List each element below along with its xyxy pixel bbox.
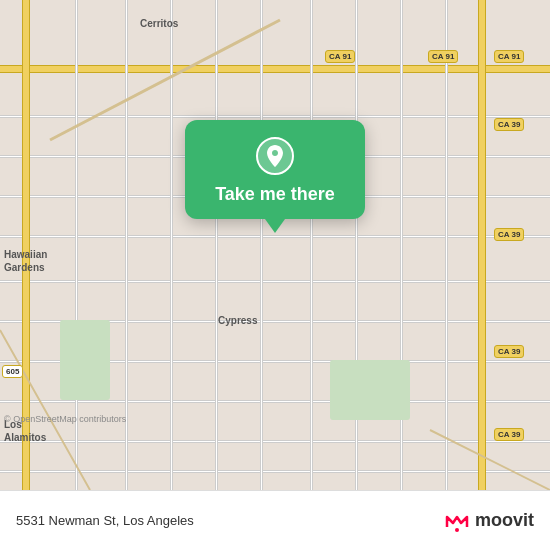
road-v3	[170, 0, 173, 490]
badge-ca91-1: CA 91	[325, 50, 355, 63]
road-h1	[0, 115, 550, 118]
location-pin-icon	[255, 136, 295, 176]
moovit-logo: moovit	[443, 507, 534, 535]
address-text: 5531 Newman St, Los Angeles	[16, 513, 194, 528]
road-h8	[0, 400, 550, 403]
road-h10	[0, 470, 550, 473]
road-h5	[0, 280, 550, 283]
moovit-icon	[443, 507, 471, 535]
road-v5	[260, 0, 263, 490]
moovit-text-label: moovit	[475, 510, 534, 531]
road-v9	[445, 0, 448, 490]
badge-ca39-4: CA 39	[494, 428, 524, 441]
road-v6	[310, 0, 313, 490]
park-patch-1	[60, 320, 110, 400]
road-v-ca39	[478, 0, 486, 490]
copyright-text: © OpenStreetMap contributors	[4, 414, 126, 424]
popup-card[interactable]: Take me there	[185, 120, 365, 219]
bottom-bar: 5531 Newman St, Los Angeles moovit	[0, 490, 550, 550]
badge-ca39-3: CA 39	[494, 345, 524, 358]
map-container: Cerritos HawaiianGardens Cypress LosAlam…	[0, 0, 550, 490]
road-ca91	[0, 65, 550, 73]
road-h4	[0, 235, 550, 238]
park-patch-2	[330, 360, 410, 420]
svg-point-5	[455, 528, 459, 532]
road-v4	[215, 0, 218, 490]
badge-ca91-2: CA 91	[428, 50, 458, 63]
road-h9	[0, 440, 550, 443]
badge-ca39-2: CA 39	[494, 228, 524, 241]
badge-605: 605	[2, 365, 23, 378]
badge-ca91-3: CA 91	[494, 50, 524, 63]
take-me-there-button[interactable]: Take me there	[215, 184, 335, 205]
badge-ca39-1: CA 39	[494, 118, 524, 131]
